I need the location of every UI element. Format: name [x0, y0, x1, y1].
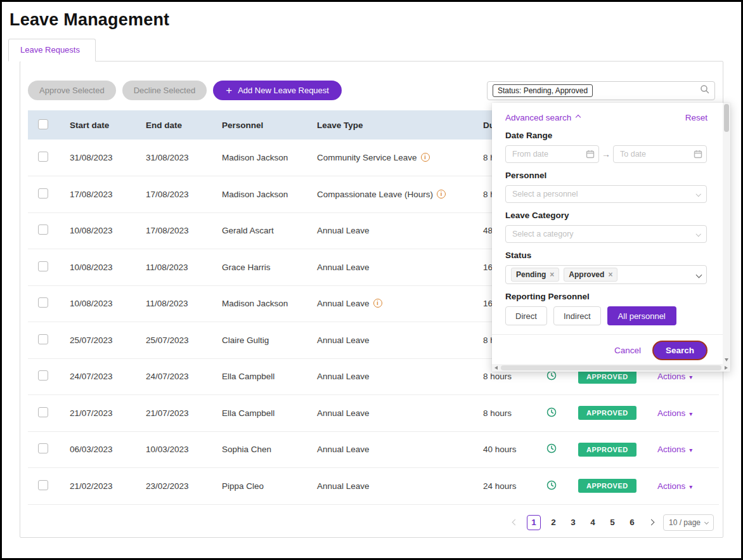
clock-icon: [546, 483, 557, 492]
end-date-cell: 24/07/2023: [136, 358, 212, 395]
page-button-5[interactable]: 5: [605, 515, 619, 530]
row-checkbox[interactable]: [38, 225, 48, 235]
decline-selected-button[interactable]: Decline Selected: [122, 81, 207, 100]
page-size-value: 10 / page: [669, 518, 701, 527]
row-checkbox[interactable]: [38, 407, 48, 417]
approve-selected-button[interactable]: Approve Selected: [28, 81, 116, 100]
personnel-cell: Madison Jackson: [212, 285, 307, 322]
leave-type-cell: Annual Leave: [307, 395, 473, 432]
info-icon[interactable]: i: [437, 190, 446, 199]
reporting-all-personnel-button[interactable]: All personnel: [607, 306, 676, 325]
search-input[interactable]: Status: Pending, Approved: [487, 81, 715, 100]
page-size-select[interactable]: 10 / page: [663, 514, 714, 531]
end-date-cell: 10/03/2023: [136, 431, 212, 468]
table-row: 06/03/2023 10/03/2023 Sophia Chen Annual…: [28, 431, 719, 468]
page-title: Leave Management: [2, 2, 741, 39]
scroll-left-arrow-icon[interactable]: [494, 366, 498, 370]
remove-tag-icon[interactable]: ×: [550, 270, 554, 279]
horizontal-scrollbar[interactable]: [492, 364, 730, 372]
row-checkbox[interactable]: [38, 152, 48, 162]
leave-type-cell: Annual Leavei: [307, 285, 473, 322]
row-checkbox[interactable]: [38, 297, 48, 308]
row-checkbox[interactable]: [38, 370, 48, 381]
pagination: 1 2 3 4 5 6 10 / page: [20, 505, 723, 531]
actions-menu-button[interactable]: Actions▾: [657, 372, 692, 381]
tab-bar: Leave Requests: [8, 39, 741, 61]
arrow-right-icon: →: [599, 149, 613, 159]
end-date-cell: 21/07/2023: [136, 395, 212, 432]
caret-down-icon: ▾: [689, 374, 692, 381]
reset-link[interactable]: Reset: [685, 113, 707, 122]
col-header-end-date: End date: [136, 110, 212, 140]
from-date-input[interactable]: [505, 145, 599, 163]
next-page-button[interactable]: [645, 515, 657, 530]
reporting-personnel-label: Reporting Personnel: [505, 292, 707, 303]
actions-menu-button[interactable]: Actions▾: [657, 445, 692, 454]
cancel-button[interactable]: Cancel: [614, 346, 641, 355]
reporting-indirect-button[interactable]: Indirect: [553, 306, 601, 325]
page-button-6[interactable]: 6: [625, 515, 639, 530]
to-date-field-wrap: [613, 145, 707, 163]
actions-cell: Actions▾: [647, 468, 719, 505]
leave-type-cell: Annual Leave: [307, 212, 473, 249]
prev-page-button[interactable]: [508, 515, 521, 530]
end-date-cell: 25/07/2023: [136, 322, 212, 359]
leave-type-cell: Annual Leave: [307, 249, 473, 286]
info-icon[interactable]: i: [373, 299, 382, 308]
chevron-right-icon: [648, 519, 654, 526]
remove-tag-icon[interactable]: ×: [608, 270, 612, 279]
scroll-right-arrow-icon[interactable]: [725, 366, 728, 370]
vertical-scrollbar[interactable]: [723, 103, 730, 364]
page-button-1[interactable]: 1: [527, 515, 541, 530]
scroll-down-arrow-icon[interactable]: [725, 358, 728, 361]
actions-menu-button[interactable]: Actions▾: [657, 481, 692, 491]
col-header-personnel: Personnel: [212, 110, 307, 140]
leave-management-page: Leave Management Leave Requests Approve …: [0, 0, 743, 560]
row-checkbox[interactable]: [38, 334, 48, 344]
scrollbar-thumb[interactable]: [501, 365, 721, 370]
page-button-2[interactable]: 2: [546, 515, 560, 530]
end-date-cell: 11/08/2023: [136, 249, 212, 286]
duration-cell: 40 hours: [473, 431, 536, 468]
leave-unit-cell: [536, 431, 568, 468]
advanced-search-toggle[interactable]: Advanced search: [505, 113, 580, 122]
row-checkbox[interactable]: [38, 480, 48, 490]
select-all-checkbox[interactable]: [38, 119, 48, 129]
leave-type-cell: Compassionate Leave (Hours)i: [307, 176, 473, 213]
end-date-cell: 11/08/2023: [136, 285, 212, 322]
leave-category-select[interactable]: Select a category: [505, 225, 707, 243]
search-icon[interactable]: [700, 84, 709, 96]
status-filter-tag: Status: Pending, Approved: [493, 84, 593, 97]
actions-menu-button[interactable]: Actions▾: [657, 408, 692, 418]
chevron-down-icon: [695, 192, 701, 197]
calendar-icon: [586, 150, 595, 161]
personnel-select[interactable]: Select a personnel: [505, 185, 707, 203]
date-range-label: Date Range: [505, 131, 707, 142]
add-new-leave-request-button[interactable]: + Add New Leave Request: [213, 81, 342, 100]
chevron-down-icon: [704, 520, 709, 524]
to-date-input[interactable]: [613, 145, 707, 163]
scrollbar-thumb[interactable]: [724, 104, 729, 132]
leave-type-cell: Annual Leave: [307, 322, 473, 359]
start-date-cell: 10/08/2023: [60, 212, 136, 249]
caret-down-icon: ▾: [689, 446, 692, 453]
page-button-4[interactable]: 4: [586, 515, 600, 530]
personnel-label: Personnel: [505, 171, 707, 182]
page-button-3[interactable]: 3: [566, 515, 580, 530]
col-header-start-date: Start date: [60, 110, 136, 140]
row-checkbox[interactable]: [38, 443, 48, 453]
reporting-direct-button[interactable]: Direct: [505, 306, 547, 325]
row-checkbox[interactable]: [38, 188, 48, 199]
duration-cell: 24 hours: [473, 468, 536, 505]
status-select[interactable]: Pending × Approved ×: [505, 265, 707, 284]
leave-type-cell: Annual Leave: [307, 431, 473, 468]
row-checkbox[interactable]: [38, 261, 48, 271]
start-date-cell: 17/08/2023: [60, 176, 136, 213]
info-icon[interactable]: i: [421, 153, 430, 162]
personnel-select-placeholder: Select a personnel: [512, 190, 578, 199]
search-button[interactable]: Search: [652, 341, 707, 360]
advanced-search-panel: Advanced search Reset Date Range → Perso…: [492, 103, 730, 372]
tab-leave-requests[interactable]: Leave Requests: [8, 39, 96, 62]
table-row: 21/02/2023 23/02/2023 Pippa Cleo Annual …: [28, 468, 719, 505]
col-header-leave-type: Leave Type: [307, 110, 473, 140]
